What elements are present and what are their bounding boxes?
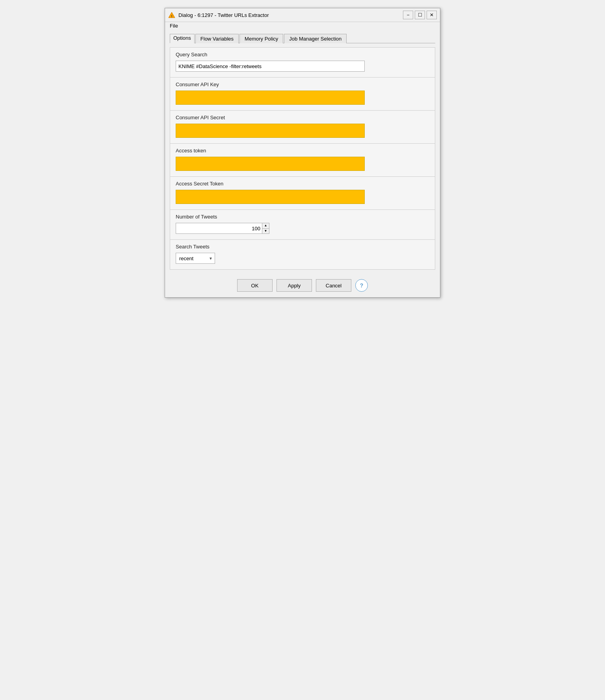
access-token-section: Access token: [170, 144, 435, 177]
consumer-api-key-section: Consumer API Key: [170, 78, 435, 111]
title-bar: ! Dialog - 6:1297 - Twitter URLs Extract…: [165, 8, 440, 22]
number-of-tweets-section: Number of Tweets ▲ ▼: [170, 210, 435, 240]
spinbox-down-button[interactable]: ▼: [262, 228, 269, 234]
tab-job-manager[interactable]: Job Manager Selection: [284, 34, 347, 43]
spinbox-up-button[interactable]: ▲: [262, 223, 269, 228]
tabs-container: Options Flow Variables Memory Policy Job…: [165, 30, 440, 43]
spinbox-buttons: ▲ ▼: [262, 223, 269, 234]
dialog-window: ! Dialog - 6:1297 - Twitter URLs Extract…: [165, 8, 440, 298]
cancel-button[interactable]: Cancel: [316, 279, 351, 292]
access-secret-token-section: Access Secret Token: [170, 177, 435, 210]
access-token-label: Access token: [176, 148, 429, 154]
consumer-api-secret-field[interactable]: [176, 124, 365, 138]
query-search-label: Query Search: [176, 52, 429, 57]
access-secret-token-field[interactable]: [176, 190, 365, 204]
query-search-section: Query Search: [170, 47, 435, 78]
number-of-tweets-input[interactable]: [176, 223, 262, 234]
tab-options[interactable]: Options: [170, 34, 195, 43]
consumer-api-secret-label: Consumer API Secret: [176, 115, 429, 120]
file-menu[interactable]: File: [168, 22, 180, 30]
consumer-api-key-label: Consumer API Key: [176, 81, 429, 87]
svg-text:!: !: [171, 14, 173, 18]
minimize-button[interactable]: −: [403, 11, 413, 19]
search-tweets-section: Search Tweets recent popular mixed ▼: [170, 240, 435, 270]
number-of-tweets-spinbox: ▲ ▼: [176, 223, 429, 234]
tab-memory-policy[interactable]: Memory Policy: [239, 34, 283, 43]
number-of-tweets-label: Number of Tweets: [176, 214, 429, 220]
content-area: Query Search Consumer API Key Consumer A…: [165, 43, 440, 274]
access-secret-token-label: Access Secret Token: [176, 181, 429, 187]
ok-button[interactable]: OK: [237, 279, 273, 292]
consumer-api-secret-section: Consumer API Secret: [170, 111, 435, 144]
tab-flow-variables[interactable]: Flow Variables: [195, 34, 239, 43]
consumer-api-key-field[interactable]: [176, 91, 365, 105]
warning-triangle-icon: !: [168, 11, 175, 19]
search-tweets-dropdown[interactable]: recent popular mixed: [176, 253, 215, 264]
menu-bar: File: [165, 22, 440, 30]
query-search-input[interactable]: [176, 61, 365, 72]
close-button[interactable]: ✕: [427, 11, 437, 19]
access-token-field[interactable]: [176, 157, 365, 171]
window-title: Dialog - 6:1297 - Twitter URLs Extractor: [178, 12, 400, 18]
search-tweets-dropdown-wrapper: recent popular mixed ▼: [176, 253, 215, 264]
window-controls: − ☐ ✕: [403, 11, 437, 19]
footer: OK Apply Cancel ?: [165, 274, 440, 297]
search-tweets-label: Search Tweets: [176, 244, 429, 250]
apply-button[interactable]: Apply: [277, 279, 312, 292]
maximize-button[interactable]: ☐: [415, 11, 425, 19]
tab-bar: Options Flow Variables Memory Policy Job…: [170, 33, 435, 43]
help-button[interactable]: ?: [355, 279, 368, 292]
